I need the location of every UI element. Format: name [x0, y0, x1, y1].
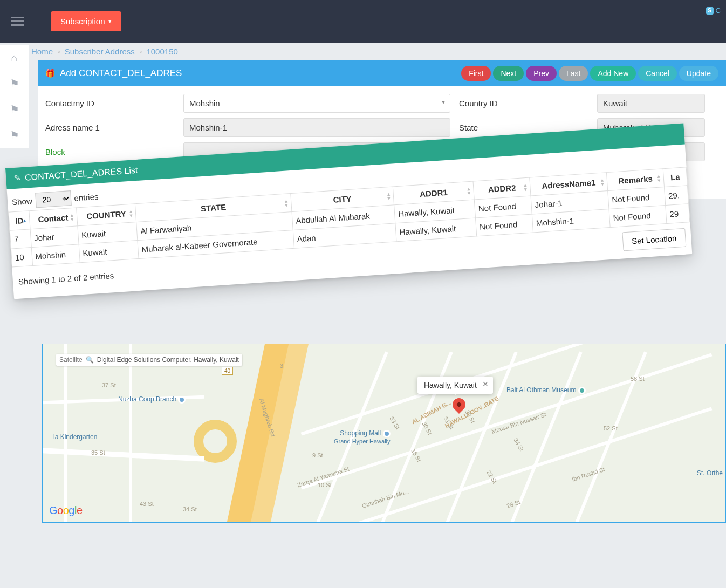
flag-icon[interactable]: ⚑ — [0, 71, 29, 97]
breadcrumb-id[interactable]: 1000150 — [146, 47, 177, 56]
next-button[interactable]: Next — [493, 66, 524, 81]
breadcrumb-sep: ◦ — [139, 47, 142, 56]
street-label: 3 — [280, 363, 283, 369]
left-rail: ⌂ ⚑ ⚑ ⚑ — [0, 45, 29, 148]
first-button[interactable]: First — [461, 66, 491, 81]
poi-pin-icon — [383, 430, 391, 437]
street-label: 34 St — [183, 506, 197, 512]
breadcrumb-home[interactable]: Home — [31, 47, 53, 56]
footer-info: Showing 1 to 2 of 2 entries — [18, 271, 114, 286]
page-size-select[interactable]: 20 — [35, 190, 72, 208]
col-contact[interactable]: Contact▲▼ — [29, 208, 77, 229]
set-location-button[interactable]: Set Location — [622, 228, 686, 251]
search-icon[interactable]: 🔍 — [86, 356, 94, 364]
info-title: Hawally, Kuwait — [424, 381, 477, 389]
subscription-label: Subscription — [60, 17, 105, 26]
street-label: 37 St — [102, 382, 116, 388]
gift-icon: 🎁 — [45, 69, 56, 78]
top-navbar: Subscription ▾ S C — [0, 0, 726, 43]
google-logo: Google — [49, 504, 83, 517]
map-marker-icon[interactable] — [453, 398, 465, 418]
poi-orth[interactable]: St. Orthe — [697, 469, 723, 477]
col-id[interactable]: ID▲ — [9, 211, 30, 230]
street-label: 35 St — [91, 449, 105, 456]
breadcrumb: Home ◦ Subscriber Address ◦ 1000150 — [0, 43, 726, 60]
action-buttons: First Next Prev Last Add New Cancel Upda… — [461, 66, 718, 81]
breadcrumb-section[interactable]: Subscriber Address — [65, 47, 135, 56]
close-icon[interactable]: ✕ — [482, 380, 489, 388]
contactmy-id-label: Contactmy ID — [43, 99, 183, 108]
show-label: Show — [12, 196, 33, 206]
map-surface[interactable]: 40 Nuzha Coop Branch ia Kindergarten Sho… — [43, 344, 725, 522]
skype-suffix: C — [716, 6, 721, 15]
subscription-dropdown-button[interactable]: Subscription ▾ — [51, 11, 121, 31]
flag-icon[interactable]: ⚑ — [0, 122, 29, 148]
home-icon[interactable]: ⌂ — [0, 45, 29, 71]
col-addr2[interactable]: ADDR2▲▼ — [473, 177, 531, 200]
last-button[interactable]: Last — [559, 66, 588, 81]
breadcrumb-sep: ◦ — [57, 47, 60, 56]
poi-bait[interactable]: Bait Al Othman Museum — [506, 386, 586, 394]
country-id-input[interactable] — [597, 94, 705, 113]
chevron-down-icon: ▾ — [108, 18, 112, 25]
update-button[interactable]: Update — [679, 66, 718, 81]
country-id-label: Country ID — [457, 99, 597, 108]
adress-name1-input[interactable] — [183, 118, 450, 137]
block-label: Block — [43, 147, 183, 156]
street-label: 58 St — [631, 375, 645, 382]
col-last[interactable]: La — [663, 167, 687, 187]
street-label: 52 St — [604, 425, 618, 432]
skype-icon: S — [706, 7, 714, 15]
poi-nuzha[interactable]: Nuzha Coop Branch — [118, 395, 186, 404]
map-search-text[interactable]: Digital Edge Solutions Computer, Hawally… — [97, 356, 239, 364]
highway-shield: 40 — [222, 367, 233, 375]
contactmy-id-select[interactable]: Mohshin — [183, 94, 450, 113]
skype-badge[interactable]: S C — [706, 6, 721, 15]
panel-header: 🎁 Add CONTACT_DEL_ADRES First Next Prev … — [38, 60, 726, 86]
poi-pin-icon — [578, 387, 586, 394]
street-label: 43 St — [140, 501, 154, 507]
prev-button[interactable]: Prev — [526, 66, 557, 81]
flag-icon[interactable]: ⚑ — [0, 97, 29, 122]
street-label: 10 St — [318, 482, 332, 488]
street-label: 9 St — [312, 452, 323, 459]
col-remarks[interactable]: Remarks▲▼ — [607, 169, 665, 191]
map-container[interactable]: 40 Nuzha Coop Branch ia Kindergarten Sho… — [42, 344, 726, 523]
poi-shopping-mall[interactable]: Shopping Mall Grand Hyper Hawally — [334, 429, 391, 445]
map-search-overlay: Satellite 🔍 Digital Edge Solutions Compu… — [56, 354, 242, 366]
satellite-toggle[interactable]: Satellite — [59, 356, 83, 364]
adress-name1-label: Adress name 1 — [43, 123, 183, 132]
add-new-button[interactable]: Add New — [590, 66, 636, 81]
panel-title: Add CONTACT_DEL_ADRES — [60, 68, 182, 79]
map-info-window: Hawally, Kuwait ✕ — [417, 377, 493, 394]
hamburger-menu-icon[interactable] — [11, 17, 24, 26]
poi-pin-icon — [178, 396, 186, 404]
col-country[interactable]: COUNTRY▲▼ — [76, 204, 136, 226]
entries-label: entries — [74, 192, 99, 202]
list-title: CONTACT_DEL_ADRES List — [25, 165, 138, 182]
cancel-button[interactable]: Cancel — [638, 66, 677, 81]
poi-kindergarten[interactable]: ia Kindergarten — [53, 433, 97, 441]
edit-icon: ✎ — [13, 173, 21, 183]
